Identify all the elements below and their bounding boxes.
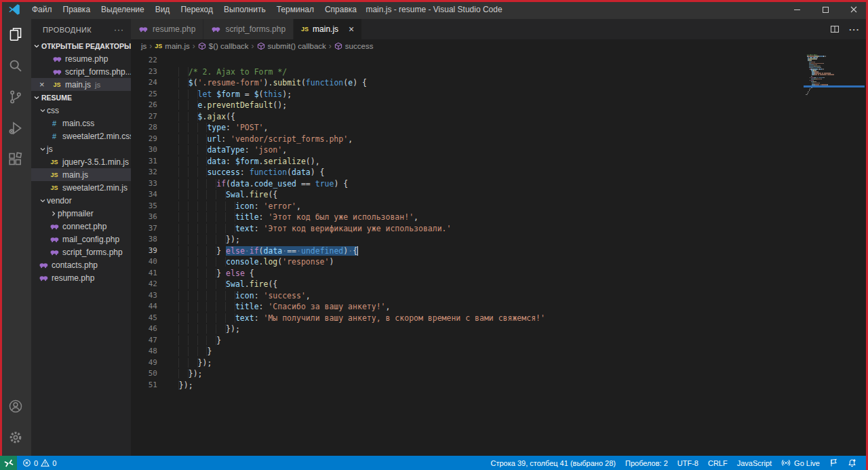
- file-name: sweetalert2.min.css: [62, 132, 131, 141]
- code-line[interactable]: 27 $.ajax({: [131, 111, 868, 123]
- status-go-live[interactable]: Go Live: [776, 458, 825, 467]
- code-line[interactable]: 51 });: [131, 380, 868, 391]
- code-area[interactable]: 2223 /* 2. Ajax to Form */24 $('.resume-…: [131, 53, 868, 456]
- code-line[interactable]: 44 title: 'Спасибо за вашу анкету!',: [131, 301, 868, 313]
- code-line[interactable]: 22: [131, 55, 868, 66]
- breadcrumb-item[interactable]: JSmain.js: [154, 42, 190, 50]
- code-line[interactable]: 24 $('.resume-form').submit(function(e) …: [131, 77, 868, 89]
- tree-file-script_forms.php[interactable]: script_forms.php: [31, 246, 131, 258]
- menu-item[interactable]: Справка: [319, 5, 362, 14]
- code-line[interactable]: 48 }: [131, 346, 868, 357]
- tree-file-main.js[interactable]: JSmain.js: [31, 168, 131, 181]
- chevron-right-icon: ›: [149, 41, 152, 51]
- code-line[interactable]: 42 Swal.fire({: [131, 279, 868, 290]
- code-line[interactable]: 40 console.log('response'): [131, 256, 868, 268]
- tree-folder-js[interactable]: js: [31, 142, 131, 155]
- code-line[interactable]: 30 dataType: 'json',: [131, 144, 868, 156]
- code-line[interactable]: 41 } else {: [131, 268, 868, 279]
- close-button[interactable]: [840, 0, 868, 19]
- code-line[interactable]: 39 } else·if(data·==·undefined)·{: [131, 246, 868, 257]
- tree-folder-vendor[interactable]: vendor: [31, 194, 131, 207]
- more-actions[interactable]: ···: [849, 24, 860, 35]
- folder-header[interactable]: RESUME: [31, 91, 131, 104]
- code-line[interactable]: 35 icon: 'error',: [131, 201, 868, 212]
- open-editor-item[interactable]: script_forms.php...: [31, 65, 131, 78]
- sidebar-more-actions-icon[interactable]: ···: [114, 25, 124, 35]
- close-icon[interactable]: ×: [349, 24, 354, 35]
- line-number: 22: [131, 55, 157, 66]
- tree-file-mail_config.php[interactable]: mail_config.php: [31, 233, 131, 246]
- tree-file-jquery-3.5.1.min.js[interactable]: JSjquery-3.5.1.min.js: [31, 155, 131, 168]
- tab-script_forms.php[interactable]: script_forms.php: [203, 19, 294, 39]
- menu-item[interactable]: Терминал: [271, 5, 319, 14]
- tab-main.js[interactable]: JSmain.js×: [294, 19, 362, 39]
- file-name: resume.php: [65, 54, 108, 64]
- code-line[interactable]: 34 Swal.fire({: [131, 189, 868, 201]
- token: undefined: [301, 246, 343, 256]
- code-line[interactable]: 25 let $form = $(this);: [131, 89, 868, 100]
- php-icon: [211, 25, 221, 33]
- open-editor-item[interactable]: ×JSmain.jsjs: [31, 78, 131, 91]
- tree-file-sweetalert2.min.js[interactable]: JSsweetalert2.min.js: [31, 181, 131, 194]
- close-icon[interactable]: ×: [39, 79, 45, 90]
- close-icon: [850, 5, 858, 14]
- code-line[interactable]: 46 });: [131, 324, 868, 335]
- status-eol[interactable]: CRLF: [703, 459, 732, 467]
- code-line[interactable]: 36 title: 'Этот код был уже использован!…: [131, 212, 868, 223]
- status-feedback[interactable]: [825, 458, 843, 467]
- status-encoding[interactable]: UTF-8: [673, 459, 703, 467]
- menu-item[interactable]: Выполнить: [218, 5, 271, 14]
- maximize-button[interactable]: [811, 0, 840, 19]
- file-name: connect.php: [62, 222, 106, 231]
- status-cursor-position[interactable]: Строка 39, столбец 41 (выбрано 28): [486, 459, 620, 467]
- menu-item[interactable]: Переход: [175, 5, 218, 14]
- tab-resume.php[interactable]: resume.php: [131, 19, 203, 39]
- code-line[interactable]: 50 });: [131, 368, 868, 380]
- code-line[interactable]: 33 if(data.code_used == true) {: [131, 178, 868, 190]
- code-line[interactable]: 26 e.preventDefault();: [131, 100, 868, 111]
- activity-run-debug[interactable]: [0, 113, 31, 144]
- activity-extensions[interactable]: [0, 144, 31, 175]
- breadcrumb-item[interactable]: js: [140, 42, 147, 50]
- tree-file-resume.php[interactable]: resume.php: [31, 271, 131, 284]
- status-language[interactable]: JavaScript: [732, 459, 776, 467]
- code-line[interactable]: 49 });: [131, 357, 868, 369]
- activity-search[interactable]: [0, 50, 31, 81]
- minimap[interactable]: [805, 53, 862, 96]
- problems-indicator[interactable]: 0 0: [17, 458, 62, 467]
- code-line[interactable]: 32 success: function(data) {: [131, 167, 868, 178]
- tree-file-connect.php[interactable]: connect.php: [31, 220, 131, 233]
- remote-indicator[interactable]: [0, 456, 17, 470]
- code-line[interactable]: 37 text: 'Этот код верификации уже испол…: [131, 223, 868, 235]
- tree-file-main.css[interactable]: #main.css: [31, 117, 131, 130]
- menu-item[interactable]: Правка: [58, 5, 96, 14]
- activity-source-control[interactable]: [0, 81, 31, 113]
- code-line[interactable]: 28 type: 'POST',: [131, 122, 868, 134]
- breadcrumb-item[interactable]: submit() callback: [256, 42, 327, 50]
- menu-item[interactable]: Вид: [150, 5, 176, 14]
- breadcrumb-item[interactable]: success: [334, 42, 374, 50]
- breadcrumb-item[interactable]: $() callback: [197, 42, 250, 50]
- code-line[interactable]: 43 icon: 'success',: [131, 290, 868, 302]
- tree-file-sweetalert2.min.css[interactable]: #sweetalert2.min.css: [31, 130, 131, 142]
- code-line[interactable]: 47 }: [131, 335, 868, 347]
- activity-explorer[interactable]: [0, 19, 31, 50]
- code-line[interactable]: 31 data: $form.serialize(),: [131, 156, 868, 168]
- tree-file-contacts.php[interactable]: contacts.php: [31, 258, 131, 271]
- activity-settings[interactable]: [0, 422, 31, 453]
- open-editors-header[interactable]: ОТКРЫТЫЕ РЕДАКТОРЫ: [31, 39, 131, 52]
- split-editor[interactable]: [830, 24, 840, 34]
- tree-folder-phpmailer[interactable]: phpmailer: [31, 207, 131, 220]
- menu-item[interactable]: Выделение: [96, 5, 150, 14]
- code-line[interactable]: 45 text: 'Мы получили вашу анкету, в ско…: [131, 313, 868, 324]
- tree-folder-css[interactable]: css: [31, 104, 131, 117]
- open-editor-item[interactable]: resume.php: [31, 52, 131, 65]
- code-line[interactable]: 29 url: 'vendor/script_forms.php',: [131, 134, 868, 145]
- code-line[interactable]: 23 /* 2. Ajax to Form */: [131, 66, 868, 78]
- status-indentation[interactable]: Пробелов: 2: [620, 459, 673, 467]
- menu-item[interactable]: Файл: [26, 5, 58, 14]
- minimize-button[interactable]: [783, 0, 811, 19]
- status-notifications[interactable]: [843, 458, 861, 467]
- activity-account[interactable]: [0, 391, 31, 422]
- code-line[interactable]: 38 });: [131, 234, 868, 246]
